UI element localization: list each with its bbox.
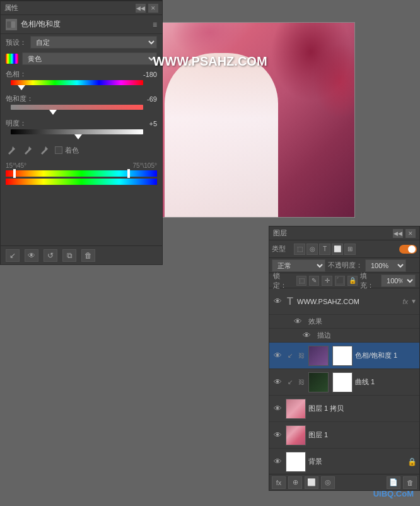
svg-rect-1 [11,21,15,28]
sat-track-container[interactable] [11,105,143,110]
new-adjustment-btn[interactable]: ◎ [321,476,335,489]
layer-item-layer1[interactable]: 👁 图层 1 [269,422,419,449]
range-label-right: 75°\105° [132,162,157,169]
eyedropper-tool[interactable] [6,144,17,156]
color-range-area: 15°\45° 75°\105° [1,160,162,187]
layer-text-name: WWW.PSAHZ.COM [297,298,400,305]
lock-artboard-btn[interactable]: ⬛ [335,276,345,286]
blend-mode-select[interactable]: 正常 [272,259,325,272]
layer-item-curves[interactable]: 👁 ↙ ⛓ 曲线 1 [269,369,419,396]
svg-text:+: + [29,146,32,150]
filter-icons: ⬚ ◎ T ⬜ ⊞ [294,244,356,255]
layer-copy-thumb [286,399,306,419]
new-group-btn[interactable]: ⬜ [305,476,318,489]
layer-copy-visibility[interactable]: 👁 [272,403,283,415]
layer-text-expand[interactable]: ▼ [411,298,417,305]
lock-position-btn[interactable]: ✛ [322,276,332,286]
range-label-left: 15°\45° [6,162,26,169]
stroke-visibility[interactable]: 👁 [301,330,312,341]
lock-all-btn[interactable]: 🔒 [347,276,358,286]
layer-huesat-lock: ⛓ [297,351,306,360]
channel-select[interactable]: 黄色 [22,52,157,65]
filter-label: 类型 [272,244,291,254]
preset-select[interactable]: 自定 [30,36,157,49]
hue-thumb [18,85,25,90]
eyedropper-minus[interactable]: - [38,144,50,156]
eyedropper-plus[interactable]: + [22,144,33,156]
add-fx-btn[interactable]: fx [272,476,286,489]
prop-menu-btn[interactable]: ≡ [153,20,157,29]
layer-text-visibility[interactable]: 👁 [272,296,283,307]
hue-sat-icon [6,19,17,30]
layer-huesat-visibility[interactable]: 👁 [272,350,283,362]
effect-visibility[interactable]: 👁 [292,316,303,327]
layer1-name: 图层 1 [308,430,417,440]
layer-item-copy[interactable]: 👁 图层 1 拷贝 [269,396,419,422]
filter-smart-icon[interactable]: ⊞ [344,244,356,255]
clip-layer-btn[interactable]: ↙ [6,249,20,262]
lock-row: 锁定： ⬚ ✎ ✛ ⬛ 🔒 填充： 100% [269,273,419,288]
light-track-container[interactable] [11,129,143,134]
layers-close-btn[interactable]: ✕ [405,229,416,238]
visibility-btn[interactable]: 👁 [25,249,38,262]
sat-track [11,105,143,110]
layer-bg-name: 背景 [308,457,405,466]
opacity-select[interactable]: 100% [365,259,406,272]
light-thumb [74,134,82,139]
filter-text-icon[interactable]: T [319,244,330,255]
range-indicator-right [127,169,130,178]
layer-bg-visibility[interactable]: 👁 [272,456,283,468]
layer-copy-name: 图层 1 拷贝 [308,404,417,413]
layer-curves-link: ↙ [286,378,295,387]
layer-item-bg[interactable]: 👁 背景 🔒 [269,449,419,475]
hue-value: -180 [135,71,157,78]
delete-layer-btn[interactable]: 🗑 [403,476,417,489]
layer-curves-visibility[interactable]: 👁 [272,377,283,388]
new-layer-btn[interactable]: 📄 [387,476,400,489]
channel-icon [6,54,18,64]
layers-bottom-bar: fx ⊕ ⬜ ◎ 📄 🗑 [269,474,419,490]
layer-item-huesat[interactable]: 👁 ↙ ⛓ 色相/饱和度 1 [269,343,419,369]
layers-title: 图层 [273,228,287,238]
filter-adjust-icon[interactable]: ◎ [306,244,318,255]
delete-btn[interactable]: 🗑 [81,249,95,262]
filter-shape-icon[interactable]: ⬜ [332,244,343,255]
layer1-visibility[interactable]: 👁 [272,430,283,441]
blend-row: 正常 不透明度： 100% [269,258,419,273]
hue-track-container[interactable] [11,80,143,85]
reset-btn[interactable]: ↺ [44,249,57,262]
opacity-label: 不透明度： [328,261,363,270]
colorize-checkbox[interactable] [55,146,62,154]
layer1-thumb [286,425,306,445]
layer-item-text[interactable]: 👁 T WWW.PSAHZ.COM fx ▼ [269,288,419,315]
prop-bottom-bar: ↙ 👁 ↺ ⧉ 🗑 [1,245,162,264]
filter-pixel-icon[interactable]: ⬚ [294,244,305,255]
panel-close-btn[interactable]: ✕ [148,4,158,13]
layer-curves-thumb [308,372,329,392]
lock-transparent-btn[interactable]: ⬚ [296,276,306,286]
colorize-checkbox-label[interactable]: 着色 [55,146,79,155]
svg-rect-0 [7,21,11,28]
top-color-bar[interactable] [6,170,157,177]
channel-row: 黄色 [1,50,162,67]
lock-pixels-btn[interactable]: ✎ [309,276,319,286]
layer-huesat-name: 色相/饱和度 1 [355,351,417,360]
layers-panel-controls: ◀◀ ✕ [393,229,416,238]
layer-huesat-thumb [308,346,329,366]
fill-select[interactable]: 100% [381,274,416,287]
hue-label: 色相： [6,69,34,79]
light-track [11,129,143,134]
sub-effect-item: 👁 效果 [269,315,419,329]
filter-toggle[interactable] [399,245,417,254]
layers-collapse-btn[interactable]: ◀◀ [393,229,403,238]
duplicate-btn[interactable]: ⧉ [62,249,76,262]
tools-row: + - 着色 [1,141,162,160]
layers-panel: 图层 ◀◀ ✕ 类型 ⬚ ◎ T ⬜ ⊞ 正常 不透明度： 100% 锁定： ⬚… [269,226,420,491]
add-mask-btn[interactable]: ⊕ [288,476,302,489]
sat-thumb [49,110,57,115]
sub-stroke-item: 👁 描边 [269,329,419,343]
sat-label: 饱和度： [6,94,34,103]
light-value: +5 [135,120,157,127]
panel-collapse-btn[interactable]: ◀◀ [136,4,146,13]
figure-silhouette [165,53,278,217]
